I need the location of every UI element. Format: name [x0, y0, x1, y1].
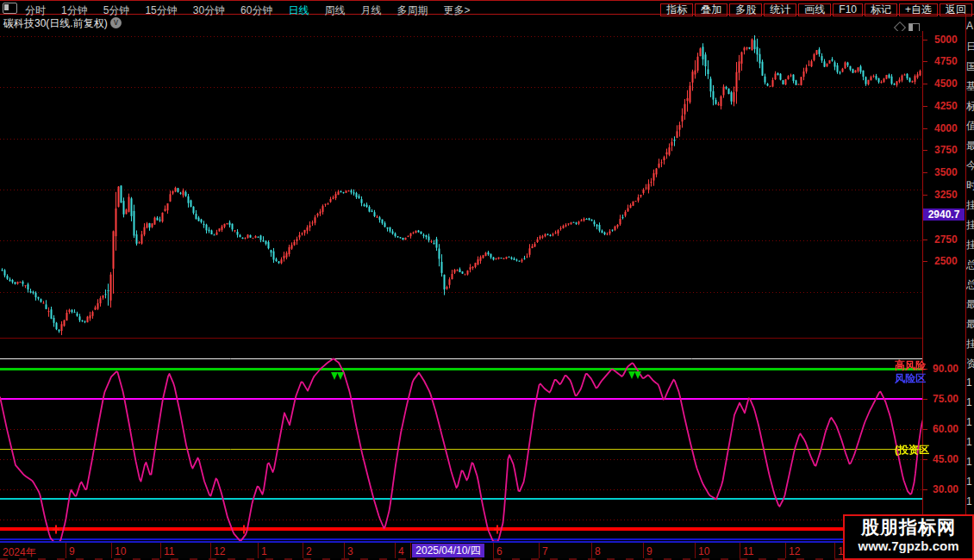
side-panel-char: 最: [966, 317, 974, 332]
side-panel-char: 国: [966, 59, 974, 74]
side-panel-char: 时: [966, 178, 974, 193]
date-grid-line: [834, 543, 835, 558]
date-label: 3: [347, 545, 353, 557]
date-grid-line: [695, 543, 696, 558]
indicator-axis-tick: [922, 399, 927, 400]
clipped-side-panel: A日国基标值最今时挂挂挂总总最最挂资11111111: [966, 15, 974, 560]
side-panel-char: A: [966, 20, 974, 32]
date-grid-line: [591, 543, 592, 558]
side-panel-char: 1: [966, 396, 974, 408]
watermark-box: 股朋指标网 www.7gpzb.com: [843, 514, 974, 560]
indicator-axis-tick: [922, 459, 927, 460]
indicator-axis-tick: [922, 489, 927, 490]
side-panel-char: 1: [966, 376, 974, 389]
indicator-chart[interactable]: [0, 358, 922, 541]
date-grid-line: [410, 543, 411, 558]
side-panel-char: 1: [966, 416, 974, 428]
side-panel-char: 挂: [966, 238, 974, 252]
side-panel-char: 基: [966, 79, 974, 94]
side-panel-char: 资: [966, 357, 974, 371]
title-bar: 碳科技30(日线.前复权) v: [0, 15, 974, 30]
date-grid-line: [643, 543, 644, 558]
trading-app-window: 分时1分钟5分钟15分钟30分钟60分钟日线周线月线多周期更多> 指标叠加多股统…: [0, 0, 974, 560]
date-label: 1: [261, 545, 267, 557]
chevron-down-icon[interactable]: v: [110, 17, 122, 28]
date-label: 6: [496, 545, 503, 557]
date-axis[interactable]: 2024年 2025/04/10/四 910111212346789101112…: [0, 543, 974, 558]
side-panel-char: 日: [966, 40, 974, 54]
date-label: 10: [115, 545, 126, 557]
side-panel-char: 挂: [966, 198, 974, 213]
date-label: 4: [398, 545, 404, 557]
side-panel-char: 挂: [966, 218, 974, 233]
date-label: 12: [789, 545, 800, 557]
date-grid-line: [303, 543, 303, 558]
side-panel-char: 最: [966, 297, 974, 312]
indicator-header: v 股朋指标网 一剑封喉: 66.45甩货: 90.00顶线: 95.00突破:…: [0, 339, 922, 356]
date-highlight-cell: 2025/04/10/四: [412, 544, 484, 557]
watermark-url: www.7gpzb.com: [845, 538, 972, 554]
window-layout-icon[interactable]: [3, 3, 17, 14]
axis-border-line: [922, 31, 923, 543]
date-grid-line: [539, 543, 540, 558]
date-grid-line: [785, 543, 786, 558]
price-axis-tag: 2940.7: [923, 208, 965, 221]
top-toolbar: 分时1分钟5分钟15分钟30分钟60分钟日线周线月线多周期更多> 指标叠加多股统…: [0, 0, 974, 15]
date-label: 9: [69, 545, 75, 557]
main-candlestick-chart[interactable]: [0, 31, 922, 338]
side-panel-char: 1: [966, 436, 974, 448]
watermark-title: 股朋指标网: [845, 516, 972, 538]
side-panel-char: 标: [966, 99, 974, 114]
date-grid-line: [493, 543, 494, 558]
date-grid-line: [111, 543, 112, 558]
date-label: 10: [698, 545, 709, 557]
side-panel-char: 1: [966, 476, 974, 488]
date-label: 11: [164, 545, 174, 557]
date-grid-line: [210, 543, 211, 558]
side-panel-char: 1: [966, 495, 974, 507]
side-panel-char: 总: [966, 258, 974, 272]
side-panel-char: 值: [966, 119, 974, 134]
zone-label-(投资区: (投资区: [895, 443, 933, 457]
date-label: 11: [743, 545, 753, 557]
side-panel-char: 今: [966, 159, 974, 173]
date-label: 8: [595, 545, 601, 557]
date-label: 7: [542, 545, 548, 557]
date-grid-line: [740, 543, 740, 558]
date-grid-line: [66, 543, 66, 558]
side-panel-char: 总: [966, 277, 974, 292]
stock-title: 碳科技30(日线.前复权): [3, 16, 108, 31]
date-grid-line: [258, 543, 259, 558]
zone-label-风险区: 风险区: [895, 371, 933, 386]
date-grid-line: [160, 543, 161, 558]
date-grid-line: [395, 543, 396, 558]
date-label: 9: [646, 545, 652, 557]
side-panel-char: 最: [966, 139, 974, 153]
date-label: 12: [214, 545, 225, 557]
date-label: 2: [306, 545, 312, 557]
side-panel-char: 1: [966, 456, 974, 468]
indicator-axis-tick: [922, 429, 927, 430]
date-grid-line: [344, 543, 345, 558]
side-panel-char: 挂: [966, 337, 974, 352]
